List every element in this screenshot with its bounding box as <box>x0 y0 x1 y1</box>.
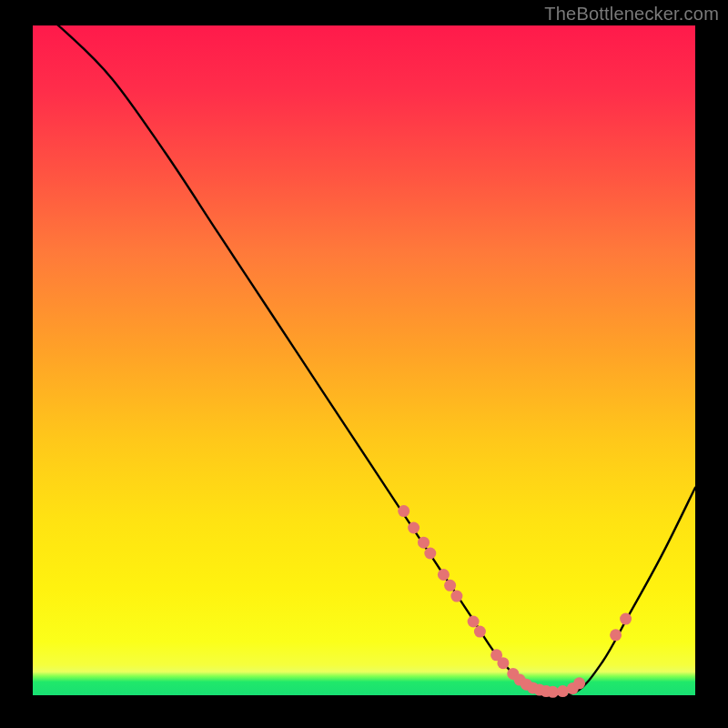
curve-marker <box>418 537 430 549</box>
plot-area <box>33 25 695 695</box>
curve-marker <box>444 580 456 592</box>
curve-marker <box>398 505 410 517</box>
bottleneck-curve <box>33 5 695 695</box>
curve-marker <box>497 657 509 669</box>
curve-marker <box>450 591 462 602</box>
curve-marker <box>424 548 436 560</box>
curve-marker <box>573 677 585 689</box>
curve-marker <box>468 616 480 628</box>
attribution-label: TheBottlenecker.com <box>544 4 719 25</box>
curve-layer <box>33 25 695 695</box>
chart-frame: TheBottlenecker.com <box>0 0 728 728</box>
curve-marker <box>557 685 569 697</box>
curve-marker <box>610 629 622 641</box>
curve-marker <box>438 569 450 581</box>
curve-marker <box>408 522 420 534</box>
curve-marker <box>620 613 632 625</box>
curve-marker <box>474 626 486 638</box>
